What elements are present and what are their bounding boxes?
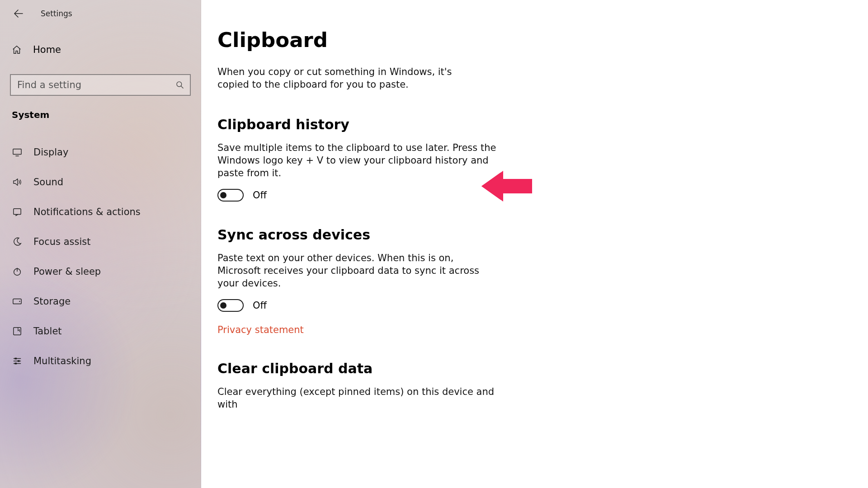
sidebar-item-label: Multitasking: [33, 356, 91, 366]
sidebar-item-multitasking[interactable]: Multitasking: [0, 346, 201, 376]
svg-rect-2: [14, 209, 21, 215]
page-intro: When you copy or cut something in Window…: [217, 66, 484, 91]
history-toggle-label: Off: [253, 190, 267, 201]
section-history-desc: Save multiple items to the clipboard to …: [217, 141, 498, 180]
section-clear-desc: Clear everything (except pinned items) o…: [217, 385, 498, 411]
sidebar-item-focus[interactable]: Focus assist: [0, 227, 201, 257]
svg-point-5: [19, 301, 20, 302]
moon-icon: [12, 237, 23, 247]
sidebar-item-label: Storage: [33, 296, 71, 307]
svg-rect-1: [13, 149, 21, 155]
sidebar-item-power[interactable]: Power & sleep: [0, 257, 201, 286]
drive-icon: [12, 298, 23, 305]
category-label: System: [0, 96, 201, 120]
svg-point-0: [177, 82, 182, 87]
home-label: Home: [33, 44, 61, 55]
home-nav[interactable]: Home: [0, 27, 201, 59]
notification-icon: [12, 207, 23, 216]
privacy-link[interactable]: Privacy statement: [217, 324, 304, 335]
sidebar-item-sound[interactable]: Sound: [0, 167, 201, 197]
sidebar-item-label: Notifications & actions: [33, 206, 141, 217]
section-sync-heading: Sync across devices: [217, 227, 841, 243]
back-button[interactable]: [12, 7, 25, 20]
home-icon: [12, 45, 22, 55]
section-clear-heading: Clear clipboard data: [217, 361, 841, 376]
sidebar-item-label: Sound: [33, 177, 63, 188]
section-history-heading: Clipboard history: [217, 117, 841, 132]
sidebar-item-label: Power & sleep: [33, 266, 101, 277]
power-icon: [12, 267, 23, 277]
timeline-icon: [12, 357, 23, 366]
sidebar: Settings Home System Display: [0, 0, 201, 488]
page-title: Clipboard: [217, 28, 841, 52]
sync-toggle-label: Off: [253, 300, 267, 311]
sidebar-item-label: Tablet: [33, 326, 62, 337]
search-wrap: [10, 74, 191, 96]
monitor-icon: [12, 148, 23, 157]
tablet-icon: [12, 327, 23, 336]
search-box[interactable]: [10, 74, 191, 96]
section-sync-desc: Paste text on your other devices. When t…: [217, 252, 498, 290]
svg-rect-9: [15, 363, 17, 365]
sidebar-nav: Display Sound Notifications & actions Fo…: [0, 137, 201, 376]
titlebar: Settings: [0, 0, 201, 27]
sidebar-item-display[interactable]: Display: [0, 137, 201, 167]
svg-rect-8: [18, 360, 20, 362]
search-input[interactable]: [17, 80, 175, 90]
history-toggle[interactable]: [217, 189, 244, 202]
sync-toggle-row: Off: [217, 299, 841, 312]
sidebar-item-label: Focus assist: [33, 236, 90, 247]
sync-toggle[interactable]: [217, 299, 244, 312]
search-icon: [175, 80, 184, 89]
sidebar-item-tablet[interactable]: Tablet: [0, 316, 201, 346]
svg-rect-7: [15, 358, 17, 360]
speaker-icon: [12, 178, 23, 187]
sidebar-item-label: Display: [33, 147, 68, 158]
arrow-left-icon: [13, 8, 24, 19]
app-window: Settings Home System Display: [0, 0, 868, 488]
history-toggle-row: Off: [217, 189, 841, 202]
sidebar-item-storage[interactable]: Storage: [0, 286, 201, 316]
app-title: Settings: [41, 9, 72, 18]
sidebar-item-notifications[interactable]: Notifications & actions: [0, 197, 201, 227]
main-content: Clipboard When you copy or cut something…: [201, 0, 868, 488]
